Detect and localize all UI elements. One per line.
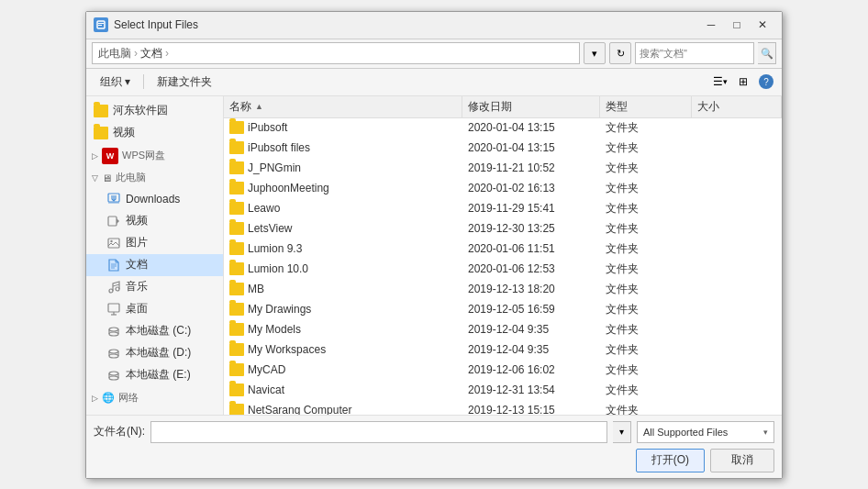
- address-bar: 此电脑 › 文档 › ▾ ↻ 🔍: [86, 39, 782, 69]
- file-type-cell: 文件夹: [600, 340, 692, 360]
- filename-dropdown-button[interactable]: ▾: [613, 421, 631, 443]
- file-date: 2020-01-04 13:15: [468, 121, 555, 134]
- sidebar-item-video2[interactable]: 视频: [86, 210, 223, 232]
- table-row[interactable]: My Models 2019-12-04 9:35 文件夹: [224, 320, 782, 340]
- file-name-cell: J_PNGmin: [224, 159, 462, 178]
- sidebar-item-label-video1: 视频: [113, 125, 135, 140]
- refresh-button[interactable]: ↻: [609, 42, 631, 64]
- cancel-button[interactable]: 取消: [710, 449, 774, 472]
- filetype-select[interactable]: All Supported Files ▾: [637, 421, 774, 443]
- table-row[interactable]: MyCAD 2019-12-06 16:02 文件夹: [224, 361, 782, 381]
- sidebar-label-downloads: Downloads: [126, 193, 180, 206]
- file-date-cell: 2019-12-30 13:25: [462, 219, 600, 239]
- file-type-cell: 文件夹: [600, 381, 692, 400]
- sidebar-item-desktop[interactable]: 桌面: [86, 298, 223, 320]
- file-name: Navicat: [248, 383, 284, 396]
- table-row[interactable]: Lumion 9.3 2020-01-06 11:51 文件夹: [224, 239, 782, 260]
- search-box[interactable]: [635, 42, 754, 64]
- wps-logo: W: [102, 148, 118, 164]
- svg-point-14: [116, 287, 119, 291]
- table-row[interactable]: Navicat 2019-12-31 13:54 文件夹: [224, 381, 782, 401]
- file-name: NetSarang Computer: [248, 404, 351, 415]
- file-date: 2019-12-31 13:54: [468, 383, 555, 396]
- new-folder-button[interactable]: 新建文件夹: [149, 72, 220, 92]
- file-type-cell: 文件夹: [600, 219, 692, 239]
- sidebar-thispc-header[interactable]: ▽ 🖥 此电脑: [86, 168, 223, 188]
- table-row[interactable]: MB 2019-12-13 18:20 文件夹: [224, 280, 782, 300]
- window-controls: ─ □ ✕: [699, 16, 774, 34]
- sidebar-item-downloads[interactable]: Downloads: [86, 188, 223, 210]
- sidebar-wps-header[interactable]: ▷ W WPS网盘: [86, 146, 223, 166]
- file-name-cell: NetSarang Computer: [224, 401, 462, 415]
- filetype-arrow: ▾: [763, 428, 768, 437]
- table-row[interactable]: My Workspaces 2019-12-04 9:35 文件夹: [224, 340, 782, 361]
- sidebar-item-music[interactable]: 音乐: [86, 276, 223, 298]
- file-size-cell: [692, 118, 782, 138]
- col-header-date[interactable]: 修改日期: [462, 96, 600, 117]
- sidebar-network-header[interactable]: ▷ 🌐 网络: [86, 388, 223, 408]
- table-row[interactable]: iPubsoft 2020-01-04 13:15 文件夹: [224, 118, 782, 139]
- search-button[interactable]: 🔍: [758, 42, 776, 64]
- open-button[interactable]: 打开(O): [636, 449, 705, 472]
- table-row[interactable]: LetsView 2019-12-30 13:25 文件夹: [224, 219, 782, 239]
- help-icon: ?: [759, 74, 773, 89]
- file-type-cell: 文件夹: [600, 239, 692, 259]
- music-icon: [106, 280, 121, 295]
- address-path[interactable]: 此电脑 › 文档 ›: [92, 42, 580, 64]
- table-row[interactable]: My Drawings 2019-12-05 16:59 文件夹: [224, 300, 782, 320]
- toolbar: 组织 ▾ 新建文件夹 ☰ ▾ ⊞ ?: [86, 69, 782, 96]
- file-name: iPubsoft files: [248, 141, 310, 154]
- sidebar-item-images[interactable]: 图片: [86, 232, 223, 254]
- sidebar-item-hedong[interactable]: 河东软件园: [86, 100, 223, 122]
- sidebar-item-drive-c[interactable]: 本地磁盘 (C:): [86, 320, 223, 342]
- disk-icon-d: [106, 346, 121, 361]
- folder-icon: [229, 363, 244, 376]
- table-row[interactable]: Lumion 10.0 2020-01-06 12:53 文件夹: [224, 260, 782, 280]
- help-button[interactable]: ?: [756, 72, 776, 92]
- file-date: 2020-01-06 11:51: [468, 242, 555, 255]
- table-row[interactable]: JuphoonMeeting 2020-01-02 16:13 文件夹: [224, 179, 782, 199]
- file-list-body: iPubsoft 2020-01-04 13:15 文件夹 iPubsoft f…: [224, 118, 782, 415]
- table-row[interactable]: NetSarang Computer 2019-12-13 15:15 文件夹: [224, 401, 782, 415]
- thispc-label: 此电脑: [116, 171, 146, 184]
- col-header-name[interactable]: 名称 ▲: [224, 96, 462, 117]
- sidebar-item-video1[interactable]: 视频: [86, 122, 223, 144]
- sidebar-item-drive-d[interactable]: 本地磁盘 (D:): [86, 342, 223, 364]
- file-type-cell: 文件夹: [600, 260, 692, 279]
- organize-button[interactable]: 组织 ▾: [92, 72, 139, 92]
- file-type: 文件夹: [606, 282, 639, 297]
- view-icon-button[interactable]: ☰ ▾: [710, 72, 730, 92]
- file-date-cell: 2020-01-06 11:51: [462, 239, 600, 259]
- bottom-bar: 文件名(N): ▾ All Supported Files ▾ 打开(O) 取消: [86, 415, 782, 478]
- minimize-button[interactable]: ─: [699, 16, 723, 34]
- table-row[interactable]: iPubsoft files 2020-01-04 13:15 文件夹: [224, 139, 782, 159]
- network-icon: 🌐: [102, 392, 115, 404]
- search-input[interactable]: [640, 48, 750, 59]
- col-header-size[interactable]: 大小: [692, 96, 782, 117]
- svg-rect-4: [108, 202, 119, 204]
- file-type-cell: 文件夹: [600, 280, 692, 299]
- file-type-cell: 文件夹: [600, 139, 692, 158]
- sidebar-item-documents[interactable]: 文档: [86, 254, 223, 276]
- close-button[interactable]: ✕: [751, 16, 774, 34]
- filename-input[interactable]: [155, 426, 603, 439]
- maximize-button[interactable]: □: [725, 16, 749, 34]
- file-size-cell: [692, 179, 782, 198]
- col-header-type[interactable]: 类型: [600, 96, 692, 117]
- folder-icon: [229, 182, 244, 194]
- folder-icon: [229, 141, 244, 154]
- file-type-cell: 文件夹: [600, 300, 692, 319]
- col-type-label: 类型: [606, 99, 628, 115]
- path-dropdown-button[interactable]: ▾: [584, 42, 606, 64]
- table-row[interactable]: J_PNGmin 2019-11-21 10:52 文件夹: [224, 159, 782, 179]
- folder-icon: [229, 202, 244, 215]
- panel-button[interactable]: ⊞: [733, 72, 753, 92]
- computer-icon: 🖥: [102, 172, 112, 183]
- folder-icon: [229, 161, 244, 174]
- toolbar-separator: [143, 74, 144, 89]
- table-row[interactable]: Leawo 2019-11-29 15:41 文件夹: [224, 199, 782, 219]
- view-dropdown-icon: ▾: [723, 77, 728, 86]
- sidebar-item-drive-e[interactable]: 本地磁盘 (E:): [86, 364, 223, 386]
- svg-line-15: [113, 284, 119, 286]
- sort-arrow: ▲: [255, 102, 263, 111]
